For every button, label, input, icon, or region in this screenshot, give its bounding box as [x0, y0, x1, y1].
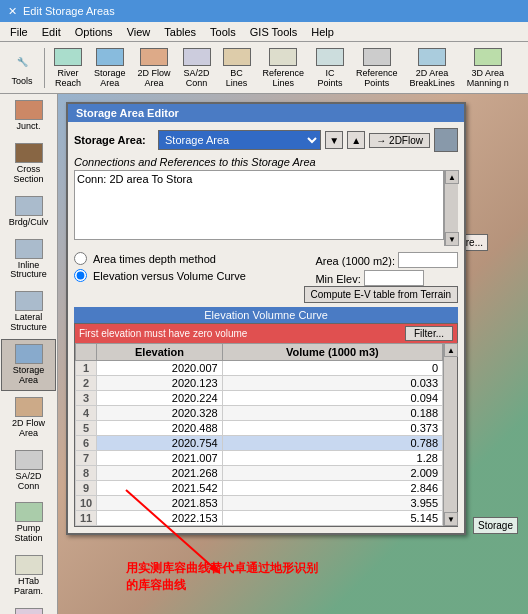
- radio-elevation-volume[interactable]: [74, 269, 87, 282]
- row-volume[interactable]: 2.846: [222, 481, 442, 496]
- toolbar-2d-breaklines[interactable]: 2D AreaBreakLines: [405, 45, 460, 91]
- toolbar-river-reach[interactable]: RiverReach: [49, 45, 87, 91]
- row-volume[interactable]: 0.094: [222, 391, 442, 406]
- row-elevation[interactable]: 2021.007: [97, 451, 222, 466]
- storage-area-select[interactable]: Storage Area: [158, 130, 321, 150]
- storage-area-row: Storage Area: Storage Area ▼ ▲ → 2DFlow: [74, 128, 458, 152]
- table-row[interactable]: 7 2021.007 1.28: [76, 451, 443, 466]
- row-num: 1: [76, 361, 97, 376]
- editor-title: Storage Area Editor: [68, 104, 464, 122]
- table-row[interactable]: 8 2021.268 2.009: [76, 466, 443, 481]
- row-elevation[interactable]: 2020.754: [97, 436, 222, 451]
- sidebar-item-brdg-culv[interactable]: Brdg/Culv: [1, 191, 56, 233]
- table-row[interactable]: 6 2020.754 0.788: [76, 436, 443, 451]
- row-volume[interactable]: 2.009: [222, 466, 442, 481]
- table-row[interactable]: 9 2021.542 2.846: [76, 481, 443, 496]
- row-elevation[interactable]: 2020.328: [97, 406, 222, 421]
- menu-tables[interactable]: Tables: [158, 24, 202, 40]
- row-volume[interactable]: 1.28: [222, 451, 442, 466]
- row-num: 11: [76, 511, 97, 526]
- sidebar-item-view-picture[interactable]: ViewPicture: [1, 603, 56, 614]
- row-volume[interactable]: 0.188: [222, 406, 442, 421]
- row-elevation[interactable]: 2020.488: [97, 421, 222, 436]
- sidebar-item-pump-station[interactable]: PumpStation: [1, 497, 56, 549]
- connections-box[interactable]: Conn: 2D area To Stora: [74, 170, 444, 240]
- 2dflow-button[interactable]: → 2DFlow: [369, 133, 430, 148]
- menu-tools[interactable]: Tools: [204, 24, 242, 40]
- menu-help[interactable]: Help: [305, 24, 340, 40]
- river-reach-icon: [54, 48, 82, 66]
- sidebar-item-lateral-structure[interactable]: LateralStructure: [1, 286, 56, 338]
- toolbar-reference-lines[interactable]: ReferenceLines: [258, 45, 310, 91]
- cross-section-icon: [15, 143, 43, 163]
- row-volume[interactable]: 5.145: [222, 511, 442, 526]
- title-bar: ✕ Edit Storage Areas: [0, 0, 528, 22]
- menu-view[interactable]: View: [121, 24, 157, 40]
- menu-file[interactable]: File: [4, 24, 34, 40]
- close-icon[interactable]: ✕: [8, 5, 17, 18]
- compute-ev-button[interactable]: Compute E-V table from Terrain: [304, 286, 458, 303]
- col-header-num: [76, 344, 97, 361]
- row-volume[interactable]: 0: [222, 361, 442, 376]
- row-elevation[interactable]: 2020.123: [97, 376, 222, 391]
- sidebar-item-storage-area[interactable]: StorageArea: [1, 339, 56, 391]
- map-icon[interactable]: [434, 128, 458, 152]
- table-scroll-down-btn[interactable]: ▼: [444, 512, 458, 526]
- toolbar-tools[interactable]: 🔧 Tools: [4, 45, 40, 91]
- sidebar-item-inline-structure[interactable]: InlineStructure: [1, 234, 56, 286]
- table-scrollbar[interactable]: ▲ ▼: [443, 343, 457, 526]
- table-row[interactable]: 3 2020.224 0.094: [76, 391, 443, 406]
- storage-area-label: Storage Area:: [74, 134, 154, 146]
- row-elevation[interactable]: 2020.007: [97, 361, 222, 376]
- row-volume[interactable]: 0.373: [222, 421, 442, 436]
- table-row[interactable]: 5 2020.488 0.373: [76, 421, 443, 436]
- prev-arrow-btn[interactable]: ▼: [325, 131, 343, 149]
- radio-area-depth[interactable]: [74, 252, 87, 265]
- sidebar-item-sa2d-conn[interactable]: SA/2DConn: [1, 445, 56, 497]
- table-row[interactable]: 1 2020.007 0: [76, 361, 443, 376]
- toolbar-ic-points[interactable]: ICPoints: [311, 45, 349, 91]
- row-elevation[interactable]: 2021.853: [97, 496, 222, 511]
- menu-gis-tools[interactable]: GIS Tools: [244, 24, 304, 40]
- title-bar-text: Edit Storage Areas: [23, 5, 115, 17]
- toolbar-sa2d-conn[interactable]: SA/2DConn: [178, 45, 216, 91]
- annotation-wrapper: 用实测库容曲线替代卓通过地形识别的库容曲线: [126, 560, 326, 594]
- reference-points-icon: [363, 48, 391, 66]
- toolbar-reference-points[interactable]: ReferencePoints: [351, 45, 403, 91]
- table-row[interactable]: 11 2022.153 5.145: [76, 511, 443, 526]
- toolbar-bc-lines[interactable]: BCLines: [218, 45, 256, 91]
- table-scroll-up-btn[interactable]: ▲: [444, 343, 458, 357]
- row-volume[interactable]: 0.033: [222, 376, 442, 391]
- table-row[interactable]: 10 2021.853 3.955: [76, 496, 443, 511]
- col-header-volume: Volume (1000 m3): [222, 344, 442, 361]
- col-header-elevation: Elevation: [97, 344, 222, 361]
- sidebar-item-cross-section[interactable]: CrossSection: [1, 138, 56, 190]
- menu-options[interactable]: Options: [69, 24, 119, 40]
- min-elev-input[interactable]: [364, 270, 424, 286]
- table-row[interactable]: 2 2020.123 0.033: [76, 376, 443, 391]
- row-volume[interactable]: 3.955: [222, 496, 442, 511]
- row-elevation[interactable]: 2021.542: [97, 481, 222, 496]
- annotation-text: 用实测库容曲线替代卓通过地形识别的库容曲线: [126, 560, 326, 594]
- scroll-track: [445, 184, 458, 232]
- toolbar-storage-area[interactable]: StorageArea: [89, 45, 131, 91]
- sidebar-item-junct[interactable]: Junct.: [1, 95, 56, 137]
- row-elevation[interactable]: 2020.224: [97, 391, 222, 406]
- toolbar-3d-manning[interactable]: 3D AreaManning n: [462, 45, 514, 91]
- row-elevation[interactable]: 2022.153: [97, 511, 222, 526]
- row-elevation[interactable]: 2021.268: [97, 466, 222, 481]
- connections-scrollbar[interactable]: ▲ ▼: [444, 170, 458, 246]
- radio-section: Area times depth method Area (1000 m2): …: [74, 252, 458, 303]
- table-row[interactable]: 4 2020.328 0.188: [76, 406, 443, 421]
- scroll-down-btn[interactable]: ▼: [445, 232, 459, 246]
- menu-edit[interactable]: Edit: [36, 24, 67, 40]
- area-value-input[interactable]: [398, 252, 458, 268]
- filter-button[interactable]: Filter...: [405, 326, 453, 341]
- next-arrow-btn[interactable]: ▲: [347, 131, 365, 149]
- annotation-container: 用实测库容曲线替代卓通过地形识别的库容曲线: [126, 560, 326, 594]
- sidebar-item-2d-flow-area[interactable]: 2D FlowArea: [1, 392, 56, 444]
- toolbar-2d-flow-area[interactable]: 2D FlowArea: [133, 45, 176, 91]
- scroll-up-btn[interactable]: ▲: [445, 170, 459, 184]
- row-volume[interactable]: 0.788: [222, 436, 442, 451]
- sidebar-item-htab-param[interactable]: HTabParam.: [1, 550, 56, 602]
